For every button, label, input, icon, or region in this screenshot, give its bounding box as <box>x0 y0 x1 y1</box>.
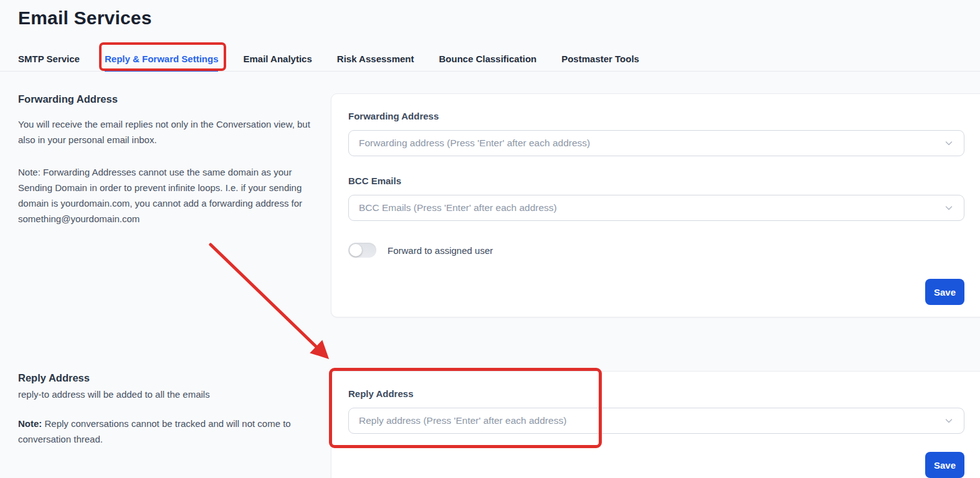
chevron-down-icon <box>944 203 954 213</box>
reply-description-column: Reply Address reply-to address will be a… <box>18 371 312 447</box>
reply-note-rest: Reply conversations cannot be tracked an… <box>18 418 291 444</box>
bcc-emails-label: BCC Emails <box>348 175 964 187</box>
toggle-knob <box>350 244 362 256</box>
tab-label: SMTP Service <box>18 54 80 64</box>
bcc-emails-placeholder: BCC Emails (Press 'Enter' after each add… <box>359 202 944 213</box>
forwarding-address-input[interactable]: Forwarding address (Press 'Enter' after … <box>348 130 964 156</box>
tab-postmaster-tools[interactable]: Postmaster Tools <box>561 46 639 71</box>
reply-save-row: Save <box>348 452 964 478</box>
reply-save-button[interactable]: Save <box>925 452 964 478</box>
forwarding-note-text: Note: Forwarding Addresses cannot use th… <box>18 164 312 227</box>
reply-settings-card: Reply Address Reply address (Press 'Ente… <box>331 371 980 478</box>
forward-to-assigned-user-row: Forward to assigned user <box>348 243 964 258</box>
tab-email-analytics[interactable]: Email Analytics <box>243 46 312 71</box>
forwarding-save-button[interactable]: Save <box>925 279 964 305</box>
forwarding-settings-card: Forwarding Address Forwarding address (P… <box>331 93 980 317</box>
bcc-emails-input[interactable]: BCC Emails (Press 'Enter' after each add… <box>348 195 964 221</box>
tab-label: Bounce Classification <box>439 54 537 64</box>
reply-address-input[interactable]: Reply address (Press 'Enter' after each … <box>348 408 964 434</box>
reply-section-heading: Reply Address <box>18 371 312 385</box>
tab-risk-assessment[interactable]: Risk Assessment <box>337 46 414 71</box>
chevron-down-icon <box>944 416 954 426</box>
chevron-down-icon <box>944 138 954 148</box>
page-title: Email Services <box>18 7 152 29</box>
forwarding-address-placeholder: Forwarding address (Press 'Enter' after … <box>359 138 944 149</box>
tab-smtp-service[interactable]: SMTP Service <box>18 46 80 71</box>
forward-to-assigned-user-label: Forward to assigned user <box>388 245 493 256</box>
tab-reply-forward-settings[interactable]: Reply & Forward Settings <box>105 46 219 71</box>
reply-description-text: reply-to address will be added to all th… <box>18 387 312 402</box>
forwarding-description-text: You will receive the email replies not o… <box>18 116 312 148</box>
forwarding-address-label: Forwarding Address <box>348 110 964 123</box>
forwarding-save-row: Save <box>348 279 964 305</box>
tab-label: Reply & Forward Settings <box>105 54 219 64</box>
reply-note-bold: Note: <box>18 418 42 429</box>
forwarding-description-column: Forwarding Address You will receive the … <box>18 92 312 227</box>
tab-label: Postmaster Tools <box>561 54 639 64</box>
active-tab-underline <box>105 70 219 72</box>
tab-label: Email Analytics <box>243 54 312 64</box>
forwarding-section-heading: Forwarding Address <box>18 92 312 106</box>
email-services-page: Email Services SMTP Service Reply & Forw… <box>0 0 980 478</box>
reply-note-text: Note: Reply conversations cannot be trac… <box>18 416 312 447</box>
reply-address-placeholder: Reply address (Press 'Enter' after each … <box>359 415 944 426</box>
tab-bar: SMTP Service Reply & Forward Settings Em… <box>0 46 980 72</box>
reply-address-label: Reply Address <box>348 388 964 400</box>
tab-label: Risk Assessment <box>337 54 414 64</box>
forward-to-assigned-user-toggle[interactable] <box>348 243 376 258</box>
tab-bounce-classification[interactable]: Bounce Classification <box>439 46 537 71</box>
